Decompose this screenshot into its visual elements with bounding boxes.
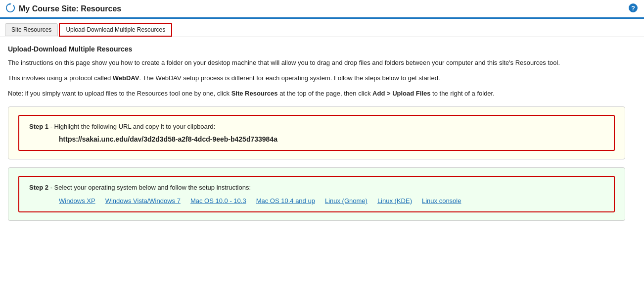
tab-site-resources[interactable]: Site Resources [5,23,58,36]
step1-label: Step 1 - Highlight the following URL and… [29,123,604,130]
tab-upload-download[interactable]: Upload-Download Multiple Resources [59,23,172,37]
os-link-mac-10-0-10-3[interactable]: Mac OS 10.0 - 10.3 [190,197,246,204]
header: My Course Site: Resources ? [0,0,644,19]
help-icon[interactable]: ? [628,3,638,14]
step2-label-text: - Select your operating system below and… [48,184,251,191]
step1-outer-box: Step 1 - Highlight the following URL and… [8,106,625,159]
os-link-linux-kde[interactable]: Linux (KDE) [377,197,412,204]
step2-outer-box: Step 2 - Select your operating system be… [8,167,625,221]
os-link-windows-xp[interactable]: Windows XP [59,197,95,204]
header-left: My Course Site: Resources [6,3,121,14]
os-link-windows-vista[interactable]: Windows Vista/Windows 7 [105,197,181,204]
intro-p2-suffix: . The WebDAV setup process is different … [139,74,440,82]
intro-paragraph-2: This involves using a protocol called We… [8,73,625,84]
step2-label-bold: Step 2 [29,184,48,191]
os-link-linux-console[interactable]: Linux console [422,197,461,204]
tabs-bar: Site Resources Upload-Download Multiple … [0,19,644,37]
page-heading: Upload-Download Multiple Resources [8,45,625,53]
step2-inner-box: Step 2 - Select your operating system be… [18,176,615,212]
intro-p3-middle: at the top of the page, then click [278,90,373,97]
os-link-linux-gnome[interactable]: Linux (Gnome) [325,197,368,204]
step2-label: Step 2 - Select your operating system be… [29,184,604,191]
intro-p3-bold2: Add > Upload Files [372,90,430,97]
os-link-mac-10-4-up[interactable]: Mac OS 10.4 and up [256,197,315,204]
intro-p3-suffix: to the right of a folder. [430,90,494,97]
main-content: Upload-Download Multiple Resources The i… [0,37,633,239]
step1-url[interactable]: https://sakai.unc.edu/dav/3d2d3d58-a2f8-… [59,135,604,143]
refresh-icon[interactable] [6,3,15,14]
svg-text:?: ? [631,4,635,12]
step1-label-text: - Highlight the following URL and copy i… [48,123,215,130]
intro-p3-bold1: Site Resources [231,90,278,97]
intro-p2-prefix: This involves using a protocol called [8,74,113,82]
intro-paragraph-3: Note: if you simply want to upload files… [8,89,625,99]
intro-paragraph-1: The instructions on this page show you h… [8,58,625,68]
intro-p3-prefix: Note: if you simply want to upload files… [8,90,231,97]
os-links-container: Windows XP Windows Vista/Windows 7 Mac O… [59,197,604,204]
page-title: My Course Site: Resources [19,4,121,13]
step1-label-bold: Step 1 [29,123,48,130]
step1-inner-box: Step 1 - Highlight the following URL and… [18,115,615,151]
intro-p2-bold: WebDAV [113,74,139,82]
